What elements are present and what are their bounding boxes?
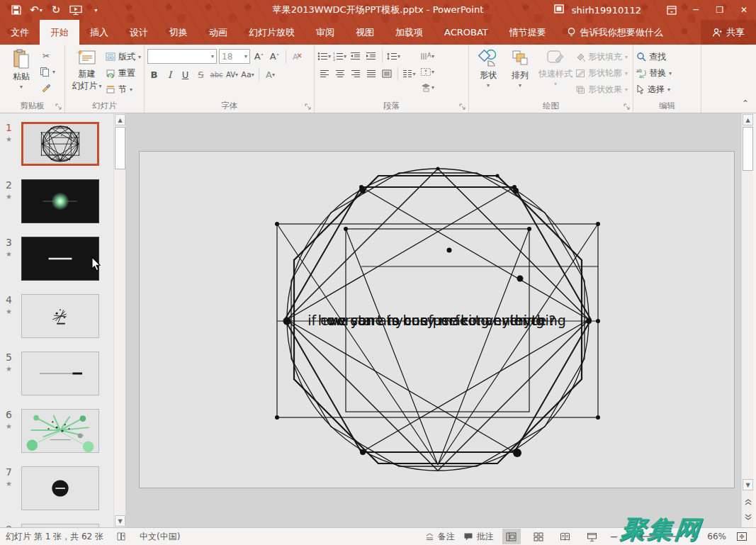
scroll-up-button[interactable]: ▲ [743,114,753,125]
text-direction-button[interactable]: A▾ [420,49,434,63]
fit-slide-to-window-button[interactable] [735,529,749,544]
columns-button[interactable]: ▾ [402,67,416,81]
thumbnail-item-6[interactable]: 6★ [6,409,113,453]
justify-button[interactable] [364,67,378,81]
tell-me-box[interactable]: 告诉我你想要做什么 [557,20,673,45]
save-icon[interactable] [10,3,23,17]
thumbnail-item-1[interactable]: 1★ [6,122,113,166]
tab-addins[interactable]: 加载项 [385,20,434,45]
scroll-up-button[interactable]: ▲ [115,114,125,125]
user-name[interactable]: shirh19910112 [572,5,641,16]
previous-slide-button[interactable] [743,496,753,507]
slide-editing-surface[interactable]: how can anyone perfect anything ? we sta… [139,151,735,488]
share-button[interactable]: 共享 [701,20,756,45]
italic-button[interactable]: I [163,67,176,82]
customize-qat-button[interactable]: ▾ [89,3,102,17]
layout-button[interactable]: 版式▾ [106,50,141,64]
slide-thumbnail[interactable] [21,237,99,281]
shape-effects-button[interactable]: 形状效果▾ [575,82,628,96]
notes-toggle[interactable]: 备注 [425,531,455,543]
copy-button[interactable]: ▾ [40,64,55,79]
slide-thumbnail[interactable] [21,352,99,395]
font-dialog-launcher[interactable] [305,103,312,111]
decrease-font-size-button[interactable]: A˅ [268,50,281,64]
thumbnail-item-2[interactable]: 2★ [6,179,113,223]
increase-indent-button[interactable] [364,49,378,63]
text-shadow-button[interactable]: S [194,67,208,82]
thumbnail-item-5[interactable]: 5★ [6,352,113,395]
replace-button[interactable]: abac 替换▾ [636,66,672,80]
display-settings-icon[interactable] [554,4,565,16]
character-spacing-button[interactable]: AV▾ [225,67,239,82]
strikethrough-button[interactable]: abc [210,67,223,82]
shape-outline-button[interactable]: 形状轮廓▾ [575,66,628,80]
decrease-indent-button[interactable] [349,49,362,63]
zoom-level[interactable]: 66% [707,532,726,541]
align-left-button[interactable] [317,67,331,81]
scroll-down-button[interactable]: ▼ [743,479,753,490]
undo-button[interactable]: ↶▾ [30,3,43,17]
comments-toggle[interactable]: 批注 [463,531,494,543]
start-slideshow-icon[interactable] [69,3,82,17]
close-button[interactable]: ✕ [732,0,756,20]
tab-storyboarding[interactable]: 情节提要 [499,20,557,45]
maximize-button[interactable]: ❒ [708,0,732,20]
zoom-slider[interactable] [627,536,682,537]
underline-button[interactable]: U [179,67,192,82]
tab-animations[interactable]: 动画 [198,20,238,45]
align-center-button[interactable] [333,67,346,81]
tab-design[interactable]: 设计 [119,20,159,45]
redo-button[interactable]: ↻ [50,3,62,17]
ribbon-display-options-icon[interactable] [660,0,684,20]
bullets-button[interactable]: ▾ [317,49,331,63]
cut-button[interactable]: ✂ [40,50,52,62]
paragraph-dialog-launcher[interactable] [459,103,466,111]
quick-styles-button[interactable]: 快速样式 ▾ [536,47,575,88]
slide-thumbnail[interactable] [21,466,99,510]
next-slide-button[interactable] [743,512,753,523]
format-painter-button[interactable] [40,81,52,94]
thumbnail-scrollbar[interactable]: ▲ ▼ [113,113,125,527]
thumbnail-item-7[interactable]: 7★ [6,466,113,510]
arrange-button[interactable]: 排列 ▾ [504,47,536,89]
slide-thumbnail[interactable] [21,294,99,338]
font-size-combobox[interactable]: 18▾ [219,49,250,64]
convert-to-smartart-button[interactable]: ▾ [420,80,434,94]
new-slide-button[interactable]: 新建 幻灯片▾ [68,47,106,91]
paste-button[interactable]: 粘贴 ▾ [3,47,40,91]
scrollbar-thumb[interactable] [115,127,125,169]
slide-sorter-view-button[interactable] [529,529,548,544]
collapse-ribbon-button[interactable]: ⌃ [742,99,749,108]
bold-button[interactable]: B [147,67,161,82]
reset-button[interactable]: 重置 [106,66,141,80]
spell-check-icon[interactable] [116,532,127,541]
tab-acrobat[interactable]: ACROBAT [434,20,499,45]
canvas-scrollbar[interactable]: ▲ ▼ [741,113,753,527]
zoom-out-button[interactable]: − [610,531,619,542]
clipboard-dialog-launcher[interactable] [55,103,62,111]
tab-file[interactable]: 文件 [0,20,40,45]
slide-thumbnail[interactable] [21,409,99,453]
tab-home[interactable]: 开始 [40,20,79,45]
tab-slideshow[interactable]: 幻灯片放映 [238,20,305,45]
find-button[interactable]: 查找 [636,50,672,64]
minimize-button[interactable]: ─ [684,0,708,20]
change-case-button[interactable]: Aa▾ [241,67,254,82]
tab-insert[interactable]: 插入 [79,20,119,45]
slide-thumbnail[interactable] [21,179,99,223]
drawing-dialog-launcher[interactable] [624,103,631,111]
distribute-button[interactable] [380,67,393,81]
reading-view-button[interactable] [556,529,575,544]
numbering-button[interactable]: 123▾ [333,49,346,63]
thumbnail-item-4[interactable]: 4★ [6,294,113,338]
select-button[interactable]: 选择▾ [636,82,672,96]
shape-fill-button[interactable]: 形状填充▾ [575,50,628,64]
slideshow-view-button[interactable] [583,529,602,544]
section-button[interactable]: 节▾ [106,82,141,96]
clear-formatting-button[interactable]: A [290,50,304,64]
slide-thumbnail[interactable] [21,122,99,166]
zoom-in-button[interactable]: + [691,531,699,542]
shapes-button[interactable]: 形状 ▾ [472,47,504,89]
tab-transitions[interactable]: 切换 [159,20,198,45]
normal-view-button[interactable] [502,529,521,544]
